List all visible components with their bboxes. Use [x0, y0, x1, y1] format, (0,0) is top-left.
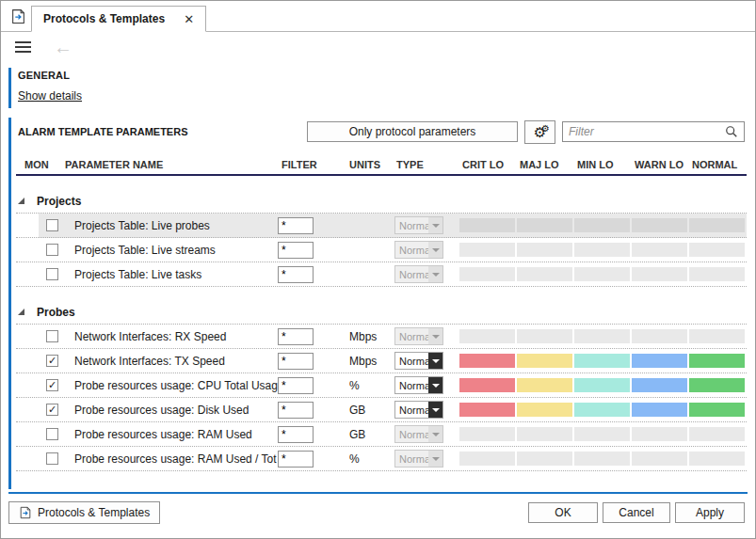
threshold-cell-maj-lo [517, 267, 572, 281]
monitor-checkbox[interactable]: ✓ [46, 355, 58, 367]
table-row[interactable]: Probe resources usage: RAM Used / Tot%No… [16, 447, 747, 471]
protocols-icon [19, 506, 32, 519]
table-row[interactable]: Network Interfaces: RX SpeedMbpsNormal [16, 325, 747, 349]
column-header-mon: MON [16, 159, 65, 170]
table-row[interactable]: Projects Table: Live tasksNormal [16, 262, 747, 287]
parameter-name: Probe resources usage: RAM Used / Tot [65, 447, 278, 470]
row-filter-input[interactable] [278, 328, 314, 345]
threshold-cell-maj-lo[interactable] [517, 354, 572, 368]
threshold-cell-normal [689, 267, 745, 281]
type-select-value: Normal [395, 429, 428, 440]
threshold-cell-maj-lo[interactable] [517, 378, 572, 392]
threshold-cell-min-lo[interactable] [574, 378, 630, 392]
type-select-value: Normal [395, 380, 428, 391]
row-filter-input[interactable] [278, 451, 314, 468]
chevron-down-icon [428, 402, 442, 418]
threshold-cell-min-lo[interactable] [574, 354, 630, 368]
monitor-checkbox[interactable] [46, 428, 58, 440]
gear-icon[interactable]: ⚙ ⚙ [524, 120, 555, 144]
chevron-down-icon [428, 377, 442, 393]
threshold-cell-min-lo [574, 329, 630, 343]
filter-search-box[interactable] [562, 121, 745, 142]
type-select[interactable]: Normal [394, 376, 443, 394]
filter-input[interactable] [569, 125, 725, 138]
alarm-section-title: ALARM TEMPLATE PARAMETERS [18, 126, 187, 137]
ok-button[interactable]: OK [528, 502, 598, 523]
threshold-cell-crit-lo[interactable] [459, 354, 515, 368]
table-row[interactable]: ✓Network Interfaces: TX SpeedMbpsNormal [16, 349, 747, 373]
footer-divider [8, 492, 748, 494]
threshold-cell-normal[interactable] [689, 354, 745, 368]
close-icon[interactable]: ✕ [184, 13, 194, 25]
monitor-checkbox[interactable] [46, 330, 58, 342]
threshold-cell-min-lo[interactable] [574, 403, 630, 417]
monitor-checkbox[interactable] [46, 244, 58, 256]
threshold-cell-crit-lo[interactable] [459, 378, 515, 392]
chevron-down-icon [428, 242, 442, 258]
table-row[interactable]: Projects Table: Live probesNormal [16, 214, 747, 238]
chevron-down-icon [428, 217, 442, 233]
threshold-cell-warn-lo[interactable] [632, 354, 687, 368]
threshold-cell-warn-lo [632, 427, 687, 441]
monitor-checkbox[interactable] [46, 452, 58, 465]
document-export-icon[interactable] [8, 4, 28, 28]
column-header-type: TYPE [394, 159, 459, 170]
monitor-checkbox[interactable] [46, 219, 58, 231]
threshold-cell-maj-lo [517, 243, 572, 257]
collapse-triangle-icon[interactable] [18, 198, 24, 204]
show-details-link[interactable]: Show details [18, 89, 82, 103]
threshold-cell-normal[interactable] [689, 403, 745, 417]
table-row[interactable]: Probe resources usage: RAM UsedGBNormal [16, 422, 747, 447]
threshold-cell-normal [689, 218, 745, 232]
threshold-cell-maj-lo [517, 427, 572, 441]
threshold-cell-normal [689, 452, 745, 466]
apply-button[interactable]: Apply [675, 502, 745, 523]
threshold-cell-min-lo [574, 267, 630, 281]
monitor-checkbox[interactable]: ✓ [46, 404, 58, 416]
threshold-cell-warn-lo [632, 452, 687, 466]
threshold-cell-normal[interactable] [689, 378, 745, 392]
menu-icon[interactable] [15, 41, 31, 53]
row-filter-input[interactable] [278, 402, 314, 419]
protocols-templates-button[interactable]: Protocols & Templates [8, 501, 160, 524]
table-row[interactable]: ✓Probe resources usage: CPU Total Usage%… [16, 373, 747, 398]
monitor-checkbox[interactable]: ✓ [46, 379, 58, 391]
cancel-button[interactable]: Cancel [603, 502, 670, 523]
group-label: Projects [37, 195, 81, 208]
threshold-cell-warn-lo[interactable] [632, 378, 687, 392]
row-filter-input[interactable] [278, 242, 314, 259]
chevron-down-icon [428, 426, 442, 442]
type-select[interactable]: Normal [394, 352, 443, 370]
threshold-cell-warn-lo [632, 267, 687, 281]
collapse-triangle-icon[interactable] [18, 309, 24, 315]
row-filter-input[interactable] [278, 353, 314, 370]
row-filter-input[interactable] [278, 377, 314, 394]
threshold-cell-crit-lo [459, 329, 515, 343]
threshold-cell-crit-lo [459, 218, 515, 232]
monitor-checkbox[interactable] [46, 268, 58, 280]
threshold-cell-crit-lo [459, 452, 515, 466]
threshold-cell-warn-lo[interactable] [632, 403, 687, 417]
group-row[interactable]: Projects [16, 189, 747, 214]
only-protocol-parameters-button[interactable]: Only protocol parameters [307, 121, 518, 142]
table-row[interactable]: Projects Table: Live streamsNormal [16, 238, 747, 262]
type-select[interactable]: Normal [394, 401, 443, 419]
row-filter-input[interactable] [278, 426, 314, 443]
column-header-warn-lo: WARN LO [632, 159, 689, 170]
general-section-title: GENERAL [18, 70, 755, 81]
row-filter-input[interactable] [278, 266, 314, 283]
threshold-cell-crit-lo [459, 267, 515, 281]
alarm-header: ALARM TEMPLATE PARAMETERS Only protocol … [11, 118, 755, 144]
units-label: Mbps [346, 349, 394, 373]
row-filter-input[interactable] [278, 217, 314, 234]
type-select-value: Normal [395, 220, 428, 231]
group-row[interactable]: Probes [16, 300, 747, 325]
alarm-template-section: ALARM TEMPLATE PARAMETERS Only protocol … [8, 118, 755, 489]
threshold-cell-maj-lo[interactable] [517, 403, 572, 417]
threshold-cell-crit-lo [459, 243, 515, 257]
tab-protocols-templates[interactable]: Protocols & Templates ✕ [31, 6, 206, 32]
table-row[interactable]: ✓Probe resources usage: Disk UsedGBNorma… [16, 398, 747, 422]
threshold-cell-crit-lo[interactable] [459, 403, 515, 417]
back-icon[interactable]: ← [54, 38, 72, 56]
units-label [346, 238, 394, 262]
